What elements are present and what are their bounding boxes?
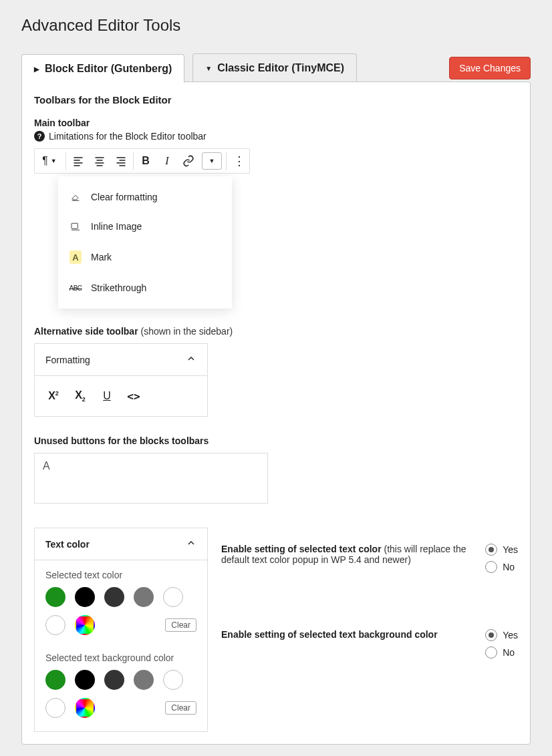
bg-color-picker-swatch[interactable] bbox=[75, 698, 95, 718]
code-button[interactable]: <> bbox=[122, 384, 146, 408]
enable-text-color-yes[interactable]: Yes bbox=[485, 544, 518, 556]
underline-button[interactable]: U bbox=[95, 384, 119, 408]
radio-label: No bbox=[503, 647, 515, 658]
text-color-panel: Text color Selected text color Clea bbox=[34, 528, 208, 732]
dropdown-item-label: Clear formatting bbox=[91, 192, 158, 202]
enable-bg-color-yes[interactable]: Yes bbox=[485, 629, 518, 641]
formats-dropdown: Clear formatting Inline Image A Mark ABC… bbox=[58, 176, 232, 309]
chevron-up-icon bbox=[186, 538, 196, 550]
radio-checked-icon bbox=[485, 629, 497, 641]
arrow-down-icon: ▼ bbox=[205, 65, 212, 72]
align-right-button[interactable] bbox=[110, 149, 132, 173]
panel-block-editor: Toolbars for the Block Editor Main toolb… bbox=[21, 81, 531, 745]
more-menu-button[interactable]: ⋮ bbox=[228, 149, 249, 173]
clear-formatting-item[interactable]: Clear formatting bbox=[59, 182, 231, 212]
radio-label: No bbox=[503, 562, 515, 572]
code-icon: <> bbox=[127, 390, 140, 403]
pilcrow-icon: ¶ bbox=[42, 155, 48, 167]
dropdown-item-label: Strikethrough bbox=[91, 282, 146, 293]
section-toolbars-heading: Toolbars for the Block Editor bbox=[34, 94, 518, 106]
selected-text-color-label: Selected text color bbox=[45, 570, 196, 580]
unused-button-item[interactable]: A bbox=[43, 460, 50, 471]
enable-text-color-desc: Enable setting of selected text color (t… bbox=[221, 544, 473, 565]
selected-bg-color-label: Selected text background color bbox=[45, 652, 196, 663]
clear-text-color-button[interactable]: Clear bbox=[165, 618, 196, 632]
paragraph-dropdown[interactable]: ¶ ▼ bbox=[35, 149, 64, 173]
bg-swatch-black[interactable] bbox=[75, 670, 95, 690]
subscript-button[interactable]: X2 bbox=[68, 384, 92, 408]
enable-bg-color-no[interactable]: No bbox=[485, 646, 518, 658]
save-button[interactable]: Save Changes bbox=[449, 57, 531, 79]
more-formats-dropdown[interactable]: ▼ bbox=[202, 152, 222, 170]
tab-classic-editor[interactable]: ▼ Classic Editor (TinyMCE) bbox=[192, 53, 357, 82]
tab-label: Block Editor (Gutenberg) bbox=[45, 63, 172, 75]
color-swatch-green[interactable] bbox=[45, 587, 65, 607]
main-toolbar-label: Main toolbar bbox=[34, 118, 518, 128]
formatting-label: Formatting bbox=[45, 355, 90, 365]
color-swatch-gray[interactable] bbox=[134, 587, 154, 607]
bold-button[interactable]: B bbox=[135, 149, 156, 173]
radio-checked-icon bbox=[485, 544, 497, 556]
align-left-button[interactable] bbox=[67, 149, 89, 173]
align-left-icon bbox=[73, 156, 84, 166]
bg-swatch-empty[interactable] bbox=[163, 670, 183, 690]
page-title: Advanced Editor Tools bbox=[21, 16, 531, 35]
color-swatch-black[interactable] bbox=[75, 587, 95, 607]
caret-down-icon: ▼ bbox=[209, 158, 215, 164]
radio-unchecked-icon bbox=[485, 561, 497, 573]
kebab-icon: ⋮ bbox=[233, 158, 245, 164]
bg-swatch-white[interactable] bbox=[45, 698, 65, 718]
image-icon bbox=[70, 221, 82, 232]
bg-swatch-green[interactable] bbox=[45, 670, 65, 690]
dropdown-item-label: Mark bbox=[91, 252, 112, 262]
unused-buttons-label: Unused buttons for the blocks toolbars bbox=[34, 435, 518, 446]
bg-swatch-darkgray[interactable] bbox=[104, 670, 124, 690]
enable-bg-color-desc: Enable setting of selected text backgrou… bbox=[221, 629, 473, 640]
tab-label: Classic Editor (TinyMCE) bbox=[217, 62, 344, 74]
superscript-button[interactable]: X2 bbox=[41, 384, 65, 408]
bg-swatch-gray[interactable] bbox=[134, 670, 154, 690]
dropdown-item-label: Inline Image bbox=[91, 221, 142, 232]
align-center-icon bbox=[94, 156, 105, 166]
help-icon[interactable]: ? bbox=[34, 131, 45, 142]
color-picker-swatch[interactable] bbox=[75, 615, 95, 635]
unused-buttons-box[interactable]: A bbox=[34, 453, 268, 504]
formatting-header[interactable]: Formatting bbox=[35, 344, 207, 376]
alt-toolbar-panel: Formatting X2 X2 U <> bbox=[34, 343, 208, 417]
chevron-up-icon bbox=[186, 353, 196, 366]
italic-button[interactable]: I bbox=[156, 149, 178, 173]
italic-icon: I bbox=[165, 155, 168, 167]
color-swatch-darkgray[interactable] bbox=[104, 587, 124, 607]
inline-image-item[interactable]: Inline Image bbox=[59, 212, 231, 241]
clear-bg-color-button[interactable]: Clear bbox=[165, 701, 196, 715]
color-swatch-white[interactable] bbox=[45, 615, 65, 635]
radio-label: Yes bbox=[503, 544, 518, 555]
tab-bar: ▶ Block Editor (Gutenberg) ▼ Classic Edi… bbox=[21, 53, 357, 82]
limitations-text: Limitations for the Block Editor toolbar bbox=[49, 131, 206, 142]
mark-item[interactable]: A Mark bbox=[59, 241, 231, 273]
alt-toolbar-suffix: (shown in the sidebar) bbox=[140, 326, 233, 337]
link-icon bbox=[182, 155, 194, 167]
strikethrough-item[interactable]: ABC Strikethrough bbox=[59, 273, 231, 303]
color-swatch-empty[interactable] bbox=[163, 587, 183, 607]
underline-icon: U bbox=[103, 390, 111, 402]
superscript-icon: X2 bbox=[48, 390, 59, 402]
align-center-button[interactable] bbox=[89, 149, 110, 173]
bold-icon: B bbox=[142, 155, 150, 167]
svg-rect-0 bbox=[72, 223, 78, 228]
link-button[interactable] bbox=[178, 149, 199, 173]
alt-toolbar-label: Alternative side toolbar bbox=[34, 326, 138, 337]
enable-text-color-no[interactable]: No bbox=[485, 561, 518, 573]
radio-unchecked-icon bbox=[485, 646, 497, 658]
mark-icon: A bbox=[70, 250, 82, 264]
radio-label: Yes bbox=[503, 630, 518, 640]
align-right-icon bbox=[116, 156, 126, 166]
strikethrough-icon: ABC bbox=[70, 285, 82, 292]
subscript-icon: X2 bbox=[75, 389, 86, 403]
caret-down-icon: ▼ bbox=[51, 158, 57, 164]
tab-block-editor[interactable]: ▶ Block Editor (Gutenberg) bbox=[21, 54, 184, 83]
main-toolbar: ¶ ▼ B I ▼ ⋮ bbox=[34, 148, 250, 174]
text-color-label: Text color bbox=[45, 539, 90, 550]
text-color-header[interactable]: Text color bbox=[35, 528, 207, 560]
eraser-icon bbox=[70, 192, 82, 202]
